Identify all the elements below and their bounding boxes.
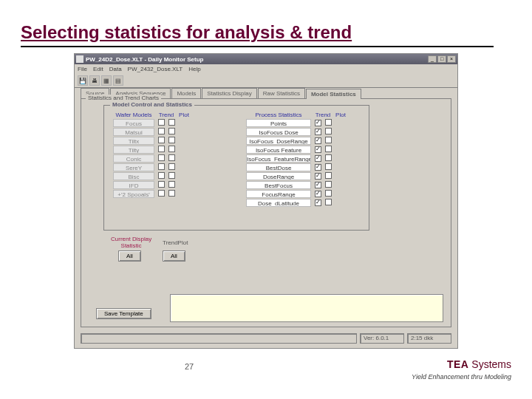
titlebar-caption: PW_24D2_Dose.XLT - Daily Monitor Setup [86,56,428,63]
list-row: IFD [112,180,222,189]
list-row: Conic [112,154,222,163]
plot-checkbox[interactable] [325,146,332,152]
status-time: 2:15 dkk [407,333,451,344]
row-label: DoseRange [246,172,311,180]
tab-statistics-display[interactable]: Statistics Display [202,88,256,98]
titlebar: PW_24D2_Dose.XLT - Daily Monitor Setup _… [75,54,457,64]
trend-checkbox[interactable] [158,181,165,188]
plot-checkbox[interactable] [168,119,175,126]
tool-icon-1[interactable]: ▦ [101,75,112,86]
list-row: DoseRange [245,171,366,180]
current-display-label: Current Display Statistic [111,236,151,249]
tab-models[interactable]: Models [171,88,201,98]
plot-checkbox[interactable] [168,154,175,161]
list-row: BestFocus [245,180,366,189]
print-icon[interactable]: 🖶 [89,75,100,86]
list-row: +'2 Spooals' [112,189,222,198]
plot-checkbox[interactable] [325,181,332,188]
plot-checkbox[interactable] [168,181,175,188]
trend-checkbox[interactable] [315,120,321,126]
info-box [170,294,443,322]
menu-help[interactable]: Help [188,66,200,72]
row-label: +'2 Spooals' [113,190,154,198]
plot-checkbox[interactable] [168,137,175,143]
plot-checkbox[interactable] [325,163,332,170]
close-button[interactable]: × [447,55,456,63]
plot-checkbox[interactable] [168,128,175,134]
list-row: SereY [112,163,222,171]
menu-file[interactable]: File [78,66,87,72]
statusbar: Ver: 6.0.1 2:15 dkk [81,333,451,344]
trend-checkbox[interactable] [315,164,321,171]
row-label: Conic [113,154,154,163]
trend-checkbox[interactable] [158,163,165,170]
tab-raw-statistics[interactable]: Raw Statistics [258,88,305,98]
plot-checkbox[interactable] [325,154,332,161]
trend-checkbox[interactable] [158,172,165,179]
plot-checkbox[interactable] [325,172,332,179]
trend-checkbox[interactable] [315,146,321,153]
minimize-button[interactable]: _ [428,55,437,63]
trend-checkbox[interactable] [158,154,165,161]
tab-model-statistics[interactable]: Model Statistics [306,89,361,99]
trend-checkbox[interactable] [315,129,321,135]
status-spacer [81,333,357,344]
plot-checkbox[interactable] [168,163,175,170]
plot-checkbox[interactable] [168,190,175,197]
trend-checkbox[interactable] [158,119,165,126]
trend-checkbox[interactable] [315,191,321,197]
trend-checkbox[interactable] [315,200,321,206]
save-template-button[interactable]: Save Template [96,308,151,319]
tea-logo: TEA Systems [447,358,511,370]
plot-checkbox[interactable] [168,172,175,179]
row-label: SereY [113,163,154,171]
list-row: Dose_dLatitude [245,198,366,207]
list-row: IsoFocus Feature [245,145,366,154]
process-stats-header: Process Statistics [246,112,311,118]
row-label: Tilty [113,146,154,154]
current-display-line1: Current Display [111,236,151,242]
plot-checkbox[interactable] [325,137,332,143]
list-row: IsoFocus_DoseRange [245,136,366,145]
row-label: IsoFocus_DoseRange [246,137,311,145]
menu-data[interactable]: Data [109,66,122,72]
trend-header: Trend [156,112,177,118]
plot-checkbox[interactable] [325,119,332,126]
trend-checkbox[interactable] [158,190,165,197]
list-row: Tiltx [112,136,222,145]
list-row: FocusRange [245,189,366,198]
save-icon[interactable]: 💾 [78,75,88,86]
row-label: FocusRange [246,190,311,198]
menubar: File Edit Data PW_2432_Dose.XLT Help [75,64,457,74]
row-label: IsoFocus Dose [246,128,311,136]
list-row: BestDose [245,163,366,171]
list-row: Points [245,118,366,127]
all-button-a[interactable]: All [118,250,141,262]
maximize-button[interactable]: □ [437,55,446,63]
plot-checkbox[interactable] [325,199,332,205]
trend-checkbox[interactable] [315,182,321,188]
list-row: IsoFocus_FeatureRange [245,154,366,163]
trend-checkbox[interactable] [158,146,165,152]
menu-template[interactable]: PW_2432_Dose.XLT [128,66,183,72]
model-control-group: Model Control and Statistics Wafer Model… [103,105,369,231]
tool-icon-2[interactable]: ▤ [113,75,123,86]
trend-checkbox[interactable] [158,128,165,134]
plot-checkbox[interactable] [325,128,332,134]
wafer-models-list: FocusMatsuiTiltxTiltyConicSereYBiscIFD+'… [112,118,222,198]
plot-checkbox[interactable] [325,190,332,197]
trend-checkbox[interactable] [158,137,165,143]
app-window: PW_24D2_Dose.XLT - Daily Monitor Setup _… [74,53,458,349]
menu-edit[interactable]: Edit [93,66,103,72]
trend-checkbox[interactable] [315,155,321,162]
app-icon [76,55,83,63]
row-label: IsoFocus_FeatureRange [246,154,311,163]
all-button-b[interactable]: All [163,250,185,262]
plot-checkbox[interactable] [168,146,175,152]
list-row: Matsui [112,127,222,136]
row-label: BestFocus [246,181,311,189]
trend-checkbox[interactable] [315,137,321,144]
list-row: Focus [112,118,222,127]
tab-panel: Statistics and Trend Charts Model Contro… [81,98,451,327]
trend-checkbox[interactable] [315,173,321,180]
